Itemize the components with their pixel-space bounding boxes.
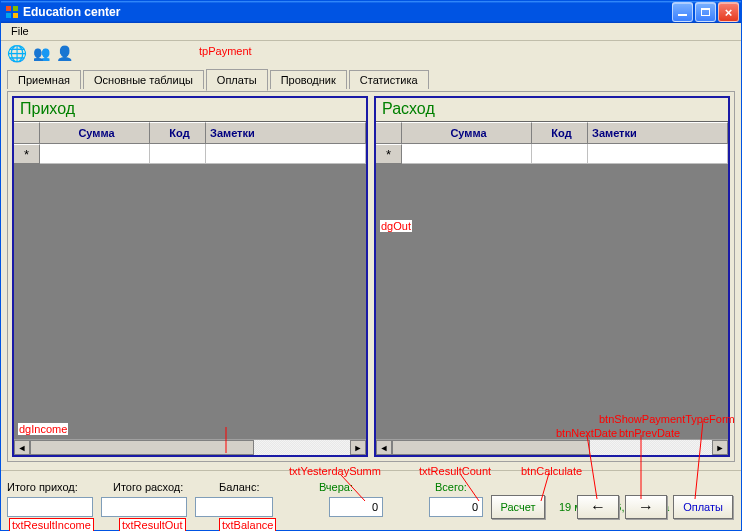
yesterday-label: Вчера: (305, 481, 353, 493)
arrow-left-icon: ← (590, 498, 606, 516)
annotation-dgincome: dgIncome (18, 423, 68, 435)
minimize-button[interactable] (672, 2, 693, 22)
scroll-right-icon[interactable]: ► (350, 440, 366, 455)
maximize-button[interactable] (695, 2, 716, 22)
income-title: Приход (14, 98, 366, 122)
window-title: Education center (23, 5, 670, 19)
annotation-txtresultincome: txtResultIncome (9, 518, 94, 531)
annotation-dgout: dgOut (380, 220, 412, 232)
annotation-txtbalance: txtBalance (219, 518, 276, 531)
people-icon[interactable]: 👥 (33, 45, 50, 61)
out-new-row[interactable]: * (376, 144, 728, 164)
annotation-txtresultout: txtResultOut (119, 518, 186, 531)
toolbar: 🌐 👥 👤 tpPayment (1, 41, 741, 65)
tab-statistics[interactable]: Статистика (349, 70, 429, 89)
tab-strip: Приемная Основные таблицы Оплаты Проводн… (1, 65, 741, 91)
svg-rect-1 (13, 6, 18, 11)
income-col-notes[interactable]: Заметки (206, 122, 366, 144)
prev-date-button[interactable]: → (625, 495, 667, 519)
income-col-code[interactable]: Код (150, 122, 206, 144)
income-panel: Приход Сумма Код Заметки * dgIncome (12, 96, 368, 457)
total-label: Всего: (435, 481, 475, 493)
menubar: File (1, 23, 741, 41)
out-panel: Расход Сумма Код Заметки * dgOut (374, 96, 730, 457)
bottom-bar: txtYesterdaySumm txtResultCount btnCalcu… (1, 470, 741, 530)
grids-container: Приход Сумма Код Заметки * dgIncome (12, 96, 730, 457)
out-grid-header: Сумма Код Заметки (376, 122, 728, 144)
total-input[interactable] (429, 497, 483, 517)
main-window: Education center × File 🌐 👥 👤 tpPayment … (0, 0, 742, 531)
payment-type-button[interactable]: Оплаты (673, 495, 733, 519)
arrow-right-icon: → (638, 498, 654, 516)
scroll-right-icon[interactable]: ► (712, 440, 728, 455)
svg-rect-0 (6, 6, 11, 11)
result-income-input[interactable] (7, 497, 93, 517)
income-grid-header: Сумма Код Заметки (14, 122, 366, 144)
tab-reception[interactable]: Приемная (7, 70, 81, 89)
svg-rect-2 (6, 13, 11, 18)
tab-main-tables[interactable]: Основные таблицы (83, 70, 204, 89)
result-out-input[interactable] (101, 497, 187, 517)
scroll-left-icon[interactable]: ◄ (376, 440, 392, 455)
globe-icon[interactable]: 🌐 (7, 44, 27, 63)
tab-explorer[interactable]: Проводник (270, 70, 347, 89)
titlebar: Education center × (1, 1, 741, 23)
out-hscroll[interactable]: ◄ ► (376, 439, 728, 455)
out-title: Расход (376, 98, 728, 122)
balance-label: Баланс: (219, 481, 289, 493)
balance-input[interactable] (195, 497, 273, 517)
tabpage-payments: Приход Сумма Код Заметки * dgIncome (7, 91, 735, 462)
out-col-notes[interactable]: Заметки (588, 122, 728, 144)
out-col-sum[interactable]: Сумма (402, 122, 532, 144)
income-total-label: Итого приход: (7, 481, 97, 493)
yesterday-input[interactable] (329, 497, 383, 517)
out-header-rowselect[interactable] (376, 122, 402, 144)
app-icon (5, 5, 19, 19)
income-header-rowselect[interactable] (14, 122, 40, 144)
out-col-code[interactable]: Код (532, 122, 588, 144)
income-col-sum[interactable]: Сумма (40, 122, 150, 144)
calculate-button[interactable]: Расчет (491, 495, 545, 519)
out-grid-body[interactable]: dgOut (376, 164, 728, 439)
person-icon[interactable]: 👤 (56, 45, 73, 61)
out-total-label: Итого расход: (113, 481, 203, 493)
menu-file[interactable]: File (7, 24, 33, 38)
income-grid-body[interactable]: dgIncome (14, 164, 366, 439)
income-hscroll[interactable]: ◄ ► (14, 439, 366, 455)
income-new-row[interactable]: * (14, 144, 366, 164)
tab-payments[interactable]: Оплаты (206, 69, 268, 91)
next-date-button[interactable]: ← (577, 495, 619, 519)
annotation-tppayment: tpPayment (199, 45, 252, 57)
scroll-left-icon[interactable]: ◄ (14, 440, 30, 455)
close-button[interactable]: × (718, 2, 739, 22)
svg-rect-3 (13, 13, 18, 18)
